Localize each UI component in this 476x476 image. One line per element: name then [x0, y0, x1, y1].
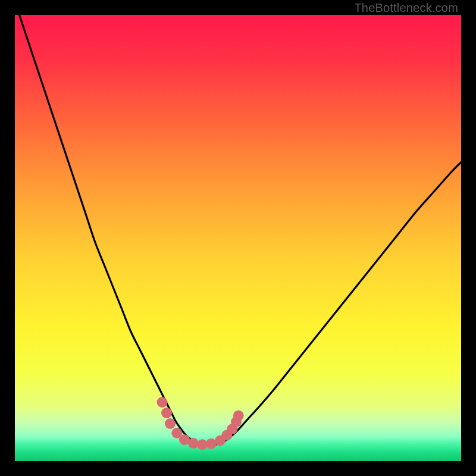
watermark-text: TheBottleneck.com: [354, 1, 458, 15]
bottom-marker: [157, 397, 168, 408]
bottom-marker: [165, 418, 176, 429]
bottom-marker: [233, 411, 244, 421]
bottleneck-chart: [15, 15, 461, 461]
bottom-marker: [161, 408, 172, 418]
chart-frame: [15, 15, 461, 461]
